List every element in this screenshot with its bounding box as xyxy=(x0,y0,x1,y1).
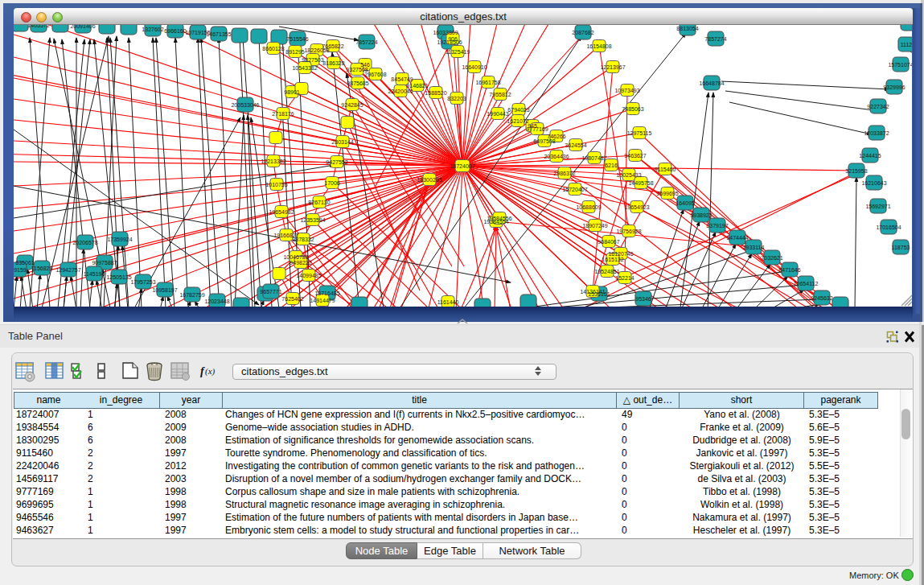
svg-text:10543382: 10543382 xyxy=(292,65,317,71)
svg-text:19584556: 19584556 xyxy=(487,216,511,221)
svg-text:8471646: 8471646 xyxy=(778,267,800,273)
svg-text:16640910: 16640910 xyxy=(462,64,487,70)
svg-text:20091406: 20091406 xyxy=(70,25,95,29)
svg-text:1161440: 1161440 xyxy=(437,299,459,305)
svg-text:9684067: 9684067 xyxy=(598,239,619,245)
svg-text:10046786: 10046786 xyxy=(283,254,308,260)
svg-text:1244415: 1244415 xyxy=(859,153,881,159)
svg-text:6216: 6216 xyxy=(605,163,618,168)
svg-text:7515546: 7515546 xyxy=(286,36,308,42)
svg-text:9699695: 9699695 xyxy=(656,191,678,196)
svg-text:10025433: 10025433 xyxy=(616,172,641,178)
svg-text:8454749: 8454749 xyxy=(391,76,413,82)
svg-text:891295: 891295 xyxy=(285,49,304,55)
svg-text:98901: 98901 xyxy=(284,89,300,95)
svg-text:2933114: 2933114 xyxy=(743,245,765,250)
svg-text:8186328: 8186328 xyxy=(322,60,344,66)
svg-text:19524851: 19524851 xyxy=(594,269,619,274)
svg-text:118753: 118753 xyxy=(892,245,910,250)
svg-text:1990443: 1990443 xyxy=(487,111,508,117)
svg-text:906: 906 xyxy=(448,36,458,42)
svg-text:9777169: 9777169 xyxy=(526,126,548,132)
svg-text:7857224: 7857224 xyxy=(355,39,377,45)
svg-text:9827503: 9827503 xyxy=(302,57,323,63)
svg-text:1621072: 1621072 xyxy=(507,118,528,124)
svg-text:12213382: 12213382 xyxy=(261,159,285,164)
svg-text:16648784: 16648784 xyxy=(699,80,724,86)
svg-text:14914479: 14914479 xyxy=(310,298,335,303)
svg-text:17957253: 17957253 xyxy=(130,279,155,285)
svg-text:17359924: 17359924 xyxy=(107,237,132,242)
svg-text:16782759: 16782759 xyxy=(179,292,204,298)
svg-text:152214: 152214 xyxy=(615,275,634,281)
svg-text:7625402: 7625402 xyxy=(281,296,303,302)
svg-text:10958197: 10958197 xyxy=(152,287,177,293)
svg-text:9227342: 9227342 xyxy=(867,104,889,109)
svg-text:3624554: 3624554 xyxy=(565,142,586,148)
svg-text:7857274: 7857274 xyxy=(704,36,726,42)
svg-text:7032621: 7032621 xyxy=(761,255,782,261)
svg-text:16961758: 16961758 xyxy=(475,80,500,85)
svg-text:9146821: 9146821 xyxy=(406,83,428,89)
svg-text:1615132: 1615132 xyxy=(602,257,623,262)
svg-text:10654112: 10654112 xyxy=(794,281,819,286)
svg-text:(x): (x) xyxy=(205,366,216,377)
svg-text:1010755: 1010755 xyxy=(265,182,287,187)
svg-text:19756928: 19756928 xyxy=(616,229,641,234)
svg-text:9115460: 9115460 xyxy=(655,167,676,172)
svg-text:1588520: 1588520 xyxy=(425,90,446,96)
svg-text:1112: 1112 xyxy=(901,42,912,47)
svg-text:20206578: 20206578 xyxy=(72,240,97,245)
svg-text:3878332: 3878332 xyxy=(292,237,314,242)
svg-text:12353594: 12353594 xyxy=(300,217,325,223)
svg-text:1327602: 1327602 xyxy=(142,27,163,32)
svg-text:6379197: 6379197 xyxy=(706,223,728,229)
svg-text:1405572: 1405572 xyxy=(27,25,49,28)
svg-text:12505135: 12505135 xyxy=(106,274,131,280)
svg-text:12975115: 12975115 xyxy=(627,130,652,136)
svg-text:10973493: 10973493 xyxy=(614,88,639,93)
svg-text:164095: 164095 xyxy=(676,200,694,206)
svg-text:18226058: 18226058 xyxy=(304,47,329,53)
svg-text:12213967: 12213967 xyxy=(600,64,625,70)
svg-text:9474444: 9474444 xyxy=(726,235,748,241)
svg-text:12033872: 12033872 xyxy=(864,130,889,136)
svg-text:200533046: 200533046 xyxy=(231,102,259,108)
svg-text:7955812: 7955812 xyxy=(489,92,511,97)
svg-text:12942757: 12942757 xyxy=(55,267,80,273)
svg-text:90975887: 90975887 xyxy=(92,260,117,266)
svg-text:16120746: 16120746 xyxy=(608,251,633,257)
svg-text:6497508: 6497508 xyxy=(533,138,555,144)
svg-text:2803144: 2803144 xyxy=(331,139,353,145)
svg-text:19654923: 19654923 xyxy=(624,204,649,210)
svg-text:22420046: 22420046 xyxy=(388,89,413,94)
svg-text:7485063: 7485063 xyxy=(622,106,643,112)
svg-text:15751074: 15751074 xyxy=(888,62,912,68)
svg-text:17016504: 17016504 xyxy=(876,225,901,230)
svg-text:15692971: 15692971 xyxy=(865,204,890,209)
svg-text:8660128: 8660128 xyxy=(262,46,284,51)
svg-text:5938923: 5938923 xyxy=(690,212,712,218)
svg-text:2986372: 2986372 xyxy=(553,171,575,176)
svg-text:14671355: 14671355 xyxy=(206,31,231,37)
svg-text:20364436: 20364436 xyxy=(544,154,569,159)
svg-text:14136141: 14136141 xyxy=(580,289,605,295)
svg-text:835061: 835061 xyxy=(15,260,34,266)
svg-text:832203: 832203 xyxy=(447,96,466,101)
svg-text:9329996: 9329996 xyxy=(883,84,905,90)
svg-text:2967608: 2967608 xyxy=(364,72,386,77)
svg-text:746266: 746266 xyxy=(547,134,565,139)
svg-text:1145194: 1145194 xyxy=(84,271,105,277)
svg-text:11325419: 11325419 xyxy=(446,49,470,55)
svg-text:9498222: 9498222 xyxy=(290,260,311,266)
svg-text:9242845: 9242845 xyxy=(341,102,363,108)
svg-text:2718176: 2718176 xyxy=(272,111,294,117)
svg-text:17006: 17006 xyxy=(324,180,340,186)
svg-text:6966160: 6966160 xyxy=(164,28,186,34)
svg-text:9245632: 9245632 xyxy=(811,295,832,301)
svg-text:9875685: 9875685 xyxy=(347,80,368,86)
svg-text:15720407: 15720407 xyxy=(562,187,587,192)
svg-text:9427552: 9427552 xyxy=(326,159,347,165)
svg-text:12023448: 12023448 xyxy=(204,299,229,304)
svg-text:18907249: 18907249 xyxy=(582,223,607,229)
